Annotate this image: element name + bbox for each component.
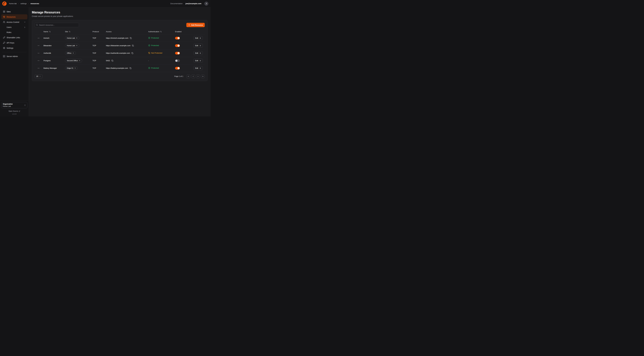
organization-name: Home Lab bbox=[3, 105, 12, 107]
sidebar-item-access-control[interactable]: Access Control bbox=[1, 20, 28, 24]
copy-icon[interactable] bbox=[132, 44, 134, 47]
enabled-toggle[interactable] bbox=[175, 67, 180, 70]
site-name: Edge 01 bbox=[67, 67, 73, 69]
search-input[interactable] bbox=[35, 23, 79, 27]
shield-off-icon bbox=[148, 52, 150, 54]
enabled-toggle[interactable] bbox=[175, 52, 180, 54]
next-page-button[interactable] bbox=[196, 74, 200, 78]
row-actions-button[interactable] bbox=[37, 59, 40, 62]
protocol-value: TCP bbox=[92, 67, 96, 69]
breadcrumb-home-lab[interactable]: home-lab bbox=[9, 2, 17, 4]
column-header-access: Access bbox=[106, 30, 112, 32]
auth-status: Protected bbox=[148, 67, 159, 69]
resources-card: Add Resource Name bbox=[32, 20, 208, 81]
documentation-link[interactable]: Documentation bbox=[170, 2, 182, 4]
gear-icon bbox=[3, 47, 5, 49]
sidebar-divider bbox=[2, 52, 26, 52]
arrow-right-icon bbox=[199, 52, 201, 54]
toggle-knob bbox=[178, 44, 180, 47]
add-resource-button[interactable]: Add Resource bbox=[186, 23, 205, 27]
table-header-row: Name Site bbox=[35, 29, 205, 34]
first-page-button[interactable] bbox=[186, 74, 190, 78]
auth-status-label: Protected bbox=[151, 37, 159, 39]
arrow-right-icon bbox=[199, 37, 201, 39]
sidebar-item-settings[interactable]: Settings bbox=[1, 46, 28, 50]
site-link[interactable]: Home Lab bbox=[65, 44, 79, 48]
table-row: Bitwarden Home Lab TCP https://bitwarden… bbox=[35, 42, 205, 50]
search-icon bbox=[36, 24, 38, 26]
sidebar-item-resources[interactable]: Resources bbox=[1, 14, 28, 19]
sidebar-item-sites[interactable]: Sites bbox=[1, 9, 28, 14]
chevrons-right-icon bbox=[202, 76, 204, 77]
access-url: https://immich.example.com bbox=[106, 37, 128, 39]
last-page-button[interactable] bbox=[201, 74, 205, 78]
site-link[interactable]: Edge 01 bbox=[65, 66, 78, 70]
sidebar-item-shareable-links[interactable]: Shareable Links bbox=[1, 35, 28, 40]
open-source-link[interactable]: Open Source bbox=[1, 110, 28, 112]
shield-check-icon bbox=[148, 67, 150, 69]
chevrons-left-icon bbox=[188, 76, 189, 77]
column-header-enabled: Enabled bbox=[175, 30, 182, 32]
auth-status: Protected bbox=[148, 44, 159, 46]
copy-icon[interactable] bbox=[111, 60, 114, 62]
ellipsis-icon bbox=[38, 52, 40, 54]
row-actions-button[interactable] bbox=[37, 66, 40, 70]
edit-button[interactable]: Edit bbox=[194, 51, 203, 55]
auth-status: Not Protected bbox=[148, 52, 162, 54]
row-actions-button[interactable] bbox=[37, 36, 40, 40]
version-label: v1.3.0 bbox=[1, 113, 28, 115]
prev-page-button[interactable] bbox=[191, 74, 195, 78]
layout-grid-icon bbox=[3, 10, 5, 13]
sidebar-item-roles[interactable]: Roles bbox=[1, 30, 28, 35]
topbar-right: Documentation joe@example.com J bbox=[170, 2, 208, 6]
column-header-site[interactable]: Site bbox=[65, 30, 70, 32]
page-size-select[interactable]: 20 bbox=[35, 74, 42, 78]
enabled-toggle[interactable] bbox=[175, 59, 180, 62]
site-link[interactable]: Second Office bbox=[65, 59, 82, 62]
site-link[interactable]: Home Lab bbox=[65, 36, 79, 40]
server-icon bbox=[3, 55, 5, 58]
sidebar-item-server-admin[interactable]: Server Admin bbox=[1, 54, 28, 59]
edit-button[interactable]: Edit bbox=[194, 66, 203, 70]
breadcrumb-resources[interactable]: resources bbox=[30, 2, 39, 4]
edit-button[interactable]: Edit bbox=[194, 36, 203, 40]
organization-text: Organization Home Lab bbox=[3, 103, 12, 107]
auth-status-label: Protected bbox=[151, 67, 159, 69]
ellipsis-icon bbox=[38, 37, 40, 39]
sidebar-item-label: Shareable Links bbox=[6, 36, 20, 39]
sidebar-item-api-keys[interactable]: API Keys bbox=[1, 40, 28, 45]
edit-button[interactable]: Edit bbox=[194, 59, 203, 62]
organization-selector[interactable]: Organization Home Lab bbox=[1, 102, 28, 108]
arrow-up-down-icon bbox=[49, 31, 51, 32]
column-header-name[interactable]: Name bbox=[44, 30, 51, 32]
sidebar-item-users[interactable]: Users bbox=[1, 25, 28, 30]
auth-status-label: Not Protected bbox=[151, 52, 162, 54]
chevron-left-icon bbox=[192, 76, 194, 77]
external-link-icon bbox=[74, 68, 76, 69]
chevron-right-icon bbox=[28, 3, 30, 4]
resource-name: Battery Manager bbox=[44, 67, 57, 69]
organization-label: Organization bbox=[3, 103, 12, 105]
app-logo[interactable] bbox=[2, 1, 7, 6]
site-link[interactable]: Office bbox=[65, 51, 76, 55]
column-header-authentication[interactable]: Authentication bbox=[148, 30, 162, 32]
external-link-icon bbox=[76, 37, 78, 39]
external-link-icon bbox=[19, 110, 20, 112]
breadcrumb: home-lab settings resources bbox=[9, 2, 39, 4]
resource-name: Postgres bbox=[44, 60, 50, 62]
row-actions-button[interactable] bbox=[37, 52, 40, 55]
access-url: https://bitwarden.example.com bbox=[106, 44, 130, 46]
edit-button[interactable]: Edit bbox=[194, 44, 203, 48]
user-avatar[interactable]: J bbox=[204, 2, 208, 6]
sidebar-item-label: Server Admin bbox=[6, 55, 18, 58]
row-actions-button[interactable] bbox=[37, 44, 40, 47]
enabled-toggle[interactable] bbox=[175, 44, 180, 47]
enabled-toggle[interactable] bbox=[175, 37, 180, 40]
edit-button-label: Edit bbox=[195, 44, 198, 46]
breadcrumb-settings[interactable]: settings bbox=[20, 2, 27, 4]
sidebar-nav: Sites Resources Access Control bbox=[0, 7, 29, 59]
copy-icon[interactable] bbox=[129, 67, 132, 70]
copy-icon[interactable] bbox=[131, 52, 134, 54]
copy-icon[interactable] bbox=[130, 37, 132, 39]
topbar: home-lab settings resources Documentatio… bbox=[0, 0, 210, 7]
